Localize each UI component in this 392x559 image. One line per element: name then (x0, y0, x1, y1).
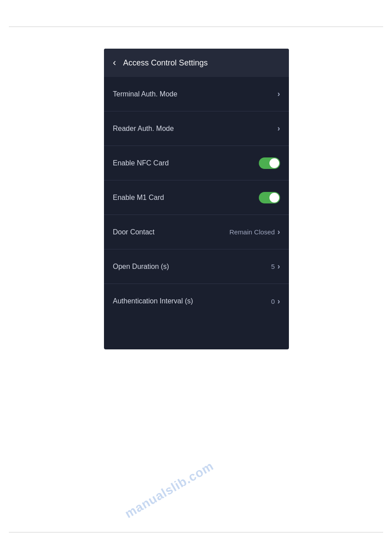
menu-item-terminal-auth-mode[interactable]: Terminal Auth. Mode› (104, 77, 289, 111)
menu-item-right-auth-interval: 0› (271, 297, 280, 306)
menu-item-value-open-duration: 5 (271, 263, 275, 270)
chevron-icon-open-duration: › (277, 262, 280, 271)
menu-item-right-reader-auth-mode: › (277, 124, 280, 133)
menu-item-label-enable-nfc-card: Enable NFC Card (113, 159, 169, 167)
menu-item-label-enable-m1-card: Enable M1 Card (113, 194, 164, 202)
menu-item-enable-m1-card[interactable]: Enable M1 Card (104, 180, 289, 215)
toggle-enable-m1-card[interactable] (259, 192, 280, 203)
chevron-icon-door-contact: › (277, 227, 280, 237)
device-frame: ‹ Access Control Settings Terminal Auth.… (104, 49, 289, 349)
toggle-knob-enable-m1-card (269, 193, 279, 203)
bottom-divider (9, 532, 383, 532)
back-button[interactable]: ‹ (113, 58, 116, 68)
app-header: ‹ Access Control Settings (104, 49, 289, 77)
menu-item-label-door-contact: Door Contact (113, 228, 154, 236)
menu-item-auth-interval[interactable]: Authentication Interval (s)0› (104, 284, 289, 318)
menu-item-right-door-contact: Remain Closed› (229, 227, 280, 237)
menu-item-reader-auth-mode[interactable]: Reader Auth. Mode› (104, 111, 289, 146)
toggle-enable-nfc-card[interactable] (259, 157, 280, 169)
menu-item-open-duration[interactable]: Open Duration (s)5› (104, 249, 289, 284)
chevron-icon-terminal-auth-mode: › (277, 89, 280, 99)
chevron-icon-auth-interval: › (277, 297, 280, 306)
menu-item-door-contact[interactable]: Door ContactRemain Closed› (104, 215, 289, 249)
menu-item-enable-nfc-card[interactable]: Enable NFC Card (104, 146, 289, 180)
menu-item-right-enable-m1-card (259, 192, 280, 203)
toggle-knob-enable-nfc-card (269, 158, 279, 168)
menu-item-right-enable-nfc-card (259, 157, 280, 169)
menu-item-label-open-duration: Open Duration (s) (113, 263, 169, 271)
menu-item-right-open-duration: 5› (271, 262, 280, 271)
menu-item-right-terminal-auth-mode: › (277, 89, 280, 99)
menu-item-label-auth-interval: Authentication Interval (s) (113, 297, 193, 305)
header-title: Access Control Settings (123, 58, 208, 68)
menu-item-label-reader-auth-mode: Reader Auth. Mode (113, 125, 174, 133)
menu-item-value-auth-interval: 0 (271, 298, 275, 305)
watermark: manualslib.com (123, 459, 216, 521)
chevron-icon-reader-auth-mode: › (277, 124, 280, 133)
top-divider (9, 27, 383, 27)
menu-item-value-door-contact: Remain Closed (229, 228, 275, 236)
menu-list: Terminal Auth. Mode›Reader Auth. Mode›En… (104, 77, 289, 349)
menu-item-label-terminal-auth-mode: Terminal Auth. Mode (113, 90, 177, 98)
